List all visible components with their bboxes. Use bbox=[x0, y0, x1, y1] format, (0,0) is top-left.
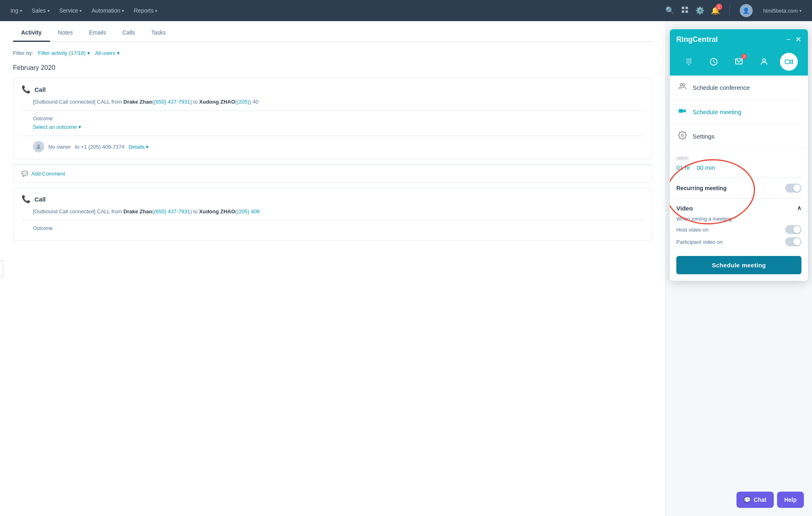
divider bbox=[22, 136, 644, 136]
right-panel: RingCentral − ✕ bbox=[666, 21, 812, 516]
participant-video-toggle[interactable] bbox=[785, 237, 801, 246]
tab-notes[interactable]: Notes bbox=[50, 24, 81, 42]
chevron-down-icon: ▾ bbox=[78, 124, 81, 130]
add-comment-button[interactable]: 💬 Add Comment bbox=[13, 165, 652, 182]
schedule-meeting-button[interactable]: Schedule meeting bbox=[676, 256, 801, 274]
user-filter-button[interactable]: All users ▾ bbox=[95, 50, 120, 56]
rc-clock-button[interactable] bbox=[705, 53, 723, 71]
chevron-down-icon: ▾ bbox=[117, 50, 120, 56]
svg-point-10 bbox=[690, 61, 691, 62]
activity-header: 📞 Call bbox=[22, 85, 644, 94]
avatar[interactable]: 👤 bbox=[740, 4, 753, 17]
collapse-panel-button[interactable]: » bbox=[0, 260, 3, 277]
settings-item[interactable]: Settings bbox=[670, 124, 808, 149]
activity-body: [Outbound Call connected] CALL from Drak… bbox=[33, 99, 644, 105]
search-button[interactable]: 🔍 bbox=[665, 6, 674, 15]
messages-badge: 2 bbox=[741, 54, 747, 59]
duration-minutes[interactable]: 00 min bbox=[697, 164, 715, 171]
participant-video-row: Participant video on bbox=[676, 237, 801, 246]
settings-icon[interactable]: ⚙️ bbox=[695, 6, 704, 15]
svg-point-17 bbox=[762, 59, 765, 62]
activity-filter-button[interactable]: Filter activity (17/18) ▾ bbox=[38, 50, 90, 56]
svg-rect-2 bbox=[682, 10, 684, 13]
phone-link-4[interactable]: (205) 409 bbox=[237, 208, 260, 215]
nav-item-reports[interactable]: Reports ▾ bbox=[130, 5, 161, 16]
chevron-up-icon[interactable]: ∧ bbox=[797, 204, 801, 212]
svg-point-12 bbox=[688, 62, 689, 63]
rc-dialpad-button[interactable] bbox=[680, 53, 698, 71]
svg-rect-22 bbox=[679, 109, 683, 113]
domain-selector[interactable]: html5beta.com ▾ bbox=[759, 5, 806, 16]
tab-emails[interactable]: Emails bbox=[81, 24, 114, 42]
rc-video-button[interactable] bbox=[780, 53, 798, 71]
chevron-down-icon: ▾ bbox=[155, 9, 157, 13]
marketplace-icon[interactable] bbox=[681, 6, 689, 16]
rc-messages-button[interactable]: 2 bbox=[730, 53, 748, 71]
nav-divider bbox=[730, 5, 730, 16]
rc-header: RingCentral − ✕ bbox=[670, 29, 808, 50]
nav-item-ing[interactable]: ing ▾ bbox=[6, 5, 26, 16]
recurring-meeting-toggle[interactable] bbox=[785, 184, 801, 193]
schedule-meeting-item[interactable]: Schedule meeting bbox=[670, 100, 808, 124]
chevron-down-icon: ▾ bbox=[20, 9, 22, 13]
rc-title: RingCentral bbox=[676, 35, 718, 44]
outcome-label: Outcome bbox=[33, 116, 644, 121]
host-video-toggle[interactable] bbox=[785, 225, 801, 234]
nav-item-sales[interactable]: Sales ▾ bbox=[28, 5, 54, 16]
activity-body-2: [Outbound Call connected] CALL from Drak… bbox=[33, 208, 644, 215]
phone-icon-2: 📞 bbox=[22, 195, 30, 204]
svg-rect-1 bbox=[685, 7, 688, 9]
tab-calls[interactable]: Calls bbox=[114, 24, 143, 42]
divider bbox=[22, 111, 644, 111]
tab-tasks[interactable]: Tasks bbox=[143, 24, 174, 42]
host-video-label: Host video on bbox=[676, 227, 709, 233]
svg-rect-3 bbox=[685, 10, 688, 13]
details-button[interactable]: Details ▾ bbox=[128, 144, 149, 150]
owner-avatar bbox=[33, 141, 44, 152]
notification-badge: 1 bbox=[716, 4, 722, 10]
help-button[interactable]: Help bbox=[777, 492, 804, 508]
svg-point-21 bbox=[683, 84, 685, 86]
ringcentral-widget: RingCentral − ✕ bbox=[670, 29, 808, 281]
recurring-meeting-label: Recurring meeting bbox=[676, 185, 727, 191]
rc-content: ration 01 hr 00 min Recurring meeting Vi… bbox=[670, 149, 808, 281]
owner-row: No owner to +1 (205) 409-7374 Details ▾ bbox=[33, 141, 644, 152]
rc-header-actions: − ✕ bbox=[786, 35, 801, 44]
rc-close-button[interactable]: ✕ bbox=[795, 35, 801, 44]
phone-link[interactable]: (650) 437-7931 bbox=[154, 99, 190, 105]
duration-hours[interactable]: 01 hr bbox=[676, 164, 690, 171]
svg-point-7 bbox=[690, 59, 691, 60]
svg-point-11 bbox=[686, 62, 688, 63]
gear-icon bbox=[678, 131, 687, 142]
rc-contacts-button[interactable] bbox=[755, 53, 773, 71]
svg-point-9 bbox=[688, 61, 689, 62]
comment-icon: 💬 bbox=[22, 171, 28, 177]
people-icon bbox=[678, 82, 687, 93]
tab-activity[interactable]: Activity bbox=[13, 24, 50, 42]
chevron-down-icon: ▾ bbox=[87, 50, 90, 56]
tab-bar: Activity Notes Emails Calls Tasks bbox=[13, 21, 652, 42]
recurring-meeting-row: Recurring meeting bbox=[676, 178, 801, 198]
chat-button[interactable]: 💬 Chat bbox=[736, 492, 774, 508]
nav-item-automation[interactable]: Automation ▾ bbox=[87, 5, 128, 16]
video-label: Video bbox=[676, 205, 693, 212]
when-joining-row: When joining a meeting bbox=[676, 216, 801, 222]
duration-row: 01 hr 00 min bbox=[676, 164, 801, 171]
when-joining-label: When joining a meeting bbox=[676, 216, 732, 222]
nav-item-service[interactable]: Service ▾ bbox=[55, 5, 86, 16]
phone-link-3[interactable]: (650) 437-7931 bbox=[154, 208, 190, 215]
activity-title: Call bbox=[35, 86, 46, 93]
schedule-conference-item[interactable]: Schedule conference bbox=[670, 76, 808, 100]
notifications-icon[interactable]: 🔔 1 bbox=[711, 6, 720, 15]
activity-header-2: 📞 Call bbox=[22, 195, 644, 204]
chevron-down-icon: ▾ bbox=[80, 9, 82, 13]
rc-toolbar: 2 bbox=[670, 50, 808, 76]
phone-icon: 📞 bbox=[22, 85, 30, 94]
video-section: Video ∧ When joining a meeting Host vide… bbox=[676, 198, 801, 246]
rc-minimize-button[interactable]: − bbox=[786, 35, 790, 44]
outcome-select[interactable]: Select an outcome ▾ bbox=[33, 124, 644, 130]
svg-point-4 bbox=[37, 145, 39, 147]
svg-rect-0 bbox=[682, 7, 684, 9]
phone-link-2[interactable]: (205) bbox=[237, 99, 249, 105]
svg-point-13 bbox=[690, 62, 691, 63]
